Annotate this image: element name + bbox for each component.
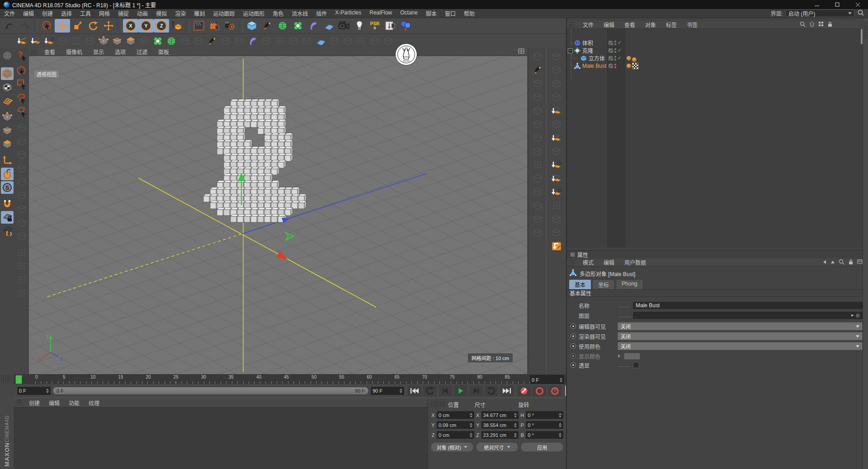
next-key-button[interactable] — [485, 385, 498, 396]
object-row-male-bust[interactable]: Male Bust ✓ — [567, 62, 868, 70]
attr-menu-item[interactable]: 模式 — [578, 258, 599, 266]
mesh-command-button[interactable] — [550, 213, 563, 225]
modeling-command-button[interactable] — [15, 176, 28, 188]
render-settings-button[interactable] — [222, 19, 237, 33]
spinner-arrows-icon[interactable] — [470, 423, 472, 427]
menu-item[interactable]: 模拟 — [152, 9, 171, 17]
mesh-command-button[interactable] — [531, 213, 544, 225]
mesh-command-button[interactable] — [531, 145, 544, 158]
mesh-command-button[interactable] — [550, 186, 563, 198]
panel-grip[interactable] — [864, 21, 868, 39]
object-row-cube[interactable]: 立方体 ✓ — [567, 54, 868, 62]
modeling-tool-button[interactable] — [260, 35, 273, 47]
render-picture-viewer-button[interactable] — [207, 19, 222, 33]
menu-item[interactable]: 帮助 — [460, 9, 479, 17]
menu-item[interactable]: 角色 — [269, 9, 288, 17]
simulation-button[interactable]: S — [1, 181, 14, 194]
layer-toggle[interactable] — [609, 56, 613, 61]
viewport-layout-icon[interactable] — [518, 48, 524, 55]
visibility-dots[interactable] — [614, 48, 616, 53]
search-icon[interactable] — [800, 21, 806, 28]
tab-basic[interactable]: 基本 — [569, 279, 591, 290]
rotate-tool-button[interactable] — [85, 19, 101, 33]
visibility-dots-off[interactable] — [614, 64, 616, 68]
modeling-command-button[interactable] — [15, 216, 28, 229]
layers-icon[interactable] — [818, 21, 824, 28]
close-button[interactable] — [848, 0, 868, 9]
interface-select[interactable]: 启动 (用户) — [786, 9, 854, 17]
workplane-mode-button[interactable] — [1, 94, 14, 107]
menu-item[interactable]: 动画 — [133, 9, 152, 17]
previous-frame-button[interactable] — [439, 385, 452, 396]
ruler-frame-spinner[interactable]: 0 F — [530, 375, 564, 385]
om-menu-item[interactable]: 书签 — [682, 21, 703, 28]
display-color-swatch[interactable] — [624, 353, 640, 360]
layer-browse-icon[interactable] — [851, 314, 854, 317]
edges-mode-button[interactable] — [1, 124, 14, 137]
xpresso-button[interactable] — [382, 19, 398, 33]
mesh-command-button[interactable] — [531, 199, 544, 212]
om-menu-item[interactable]: 编辑 — [599, 21, 619, 28]
modeling-tool-button[interactable] — [368, 35, 381, 47]
menu-item[interactable]: 流水线 — [288, 9, 312, 17]
redo-button[interactable] — [17, 19, 33, 33]
mesh-command-button[interactable] — [550, 172, 563, 185]
menu-item[interactable]: 运动跟踪 — [209, 9, 239, 17]
lock-icon[interactable] — [827, 21, 833, 28]
viewport-solo-button[interactable] — [1, 168, 14, 180]
modeling-tool-button[interactable] — [29, 35, 42, 47]
modeling-tool-button[interactable] — [16, 35, 28, 47]
maximize-button[interactable] — [827, 0, 848, 9]
rotation-input[interactable]: 0 ° — [526, 421, 563, 429]
modeling-tool-button[interactable] — [219, 35, 232, 47]
minimize-button[interactable] — [807, 0, 827, 9]
render-visibility-select[interactable]: 关闭 — [618, 332, 863, 340]
modeling-command-button[interactable] — [15, 149, 28, 161]
mesh-command-button[interactable] — [531, 186, 544, 198]
modeling-tool-button[interactable] — [314, 35, 327, 47]
end-frame-spinner[interactable]: 90 F — [371, 387, 404, 395]
materials-menu-item[interactable]: 纹理 — [84, 399, 104, 407]
modeling-tool-button[interactable] — [341, 35, 354, 47]
enabled-check-icon[interactable]: ✓ — [618, 40, 622, 46]
position-input[interactable]: 0 cm — [437, 411, 474, 419]
model-mode-button[interactable] — [1, 67, 14, 80]
array-command-button[interactable] — [15, 260, 28, 272]
array-command-button[interactable] — [15, 287, 28, 300]
timeline-range-slider[interactable]: 0 F 90 F — [52, 387, 369, 395]
modeling-tool-button[interactable] — [57, 35, 69, 47]
layer-toggle[interactable] — [609, 41, 613, 45]
modeling-command-button[interactable] — [15, 230, 28, 243]
viewport-menu-item[interactable]: 摄像机 — [61, 48, 88, 56]
mesh-command-button[interactable] — [550, 226, 563, 239]
spinner-arrows-icon[interactable] — [514, 413, 517, 417]
mesh-command-button[interactable] — [550, 131, 563, 144]
use-world-coords-button[interactable] — [1, 49, 14, 62]
menu-item[interactable]: 选择 — [57, 9, 76, 17]
enable-axis-button[interactable] — [1, 154, 14, 167]
polygon-selection-button[interactable] — [15, 105, 28, 118]
keying-settings-button[interactable]: ? — [548, 385, 561, 396]
last-tool-button[interactable] — [101, 19, 116, 33]
lock-icon[interactable] — [848, 259, 854, 266]
layer-input[interactable] — [633, 312, 863, 319]
coordinate-mode-select[interactable]: 对象 (相对) — [431, 442, 473, 452]
mograph-tag-icon[interactable] — [627, 56, 631, 61]
add-primitive-button[interactable] — [244, 19, 259, 33]
search-icon[interactable] — [857, 9, 864, 18]
om-menu-item[interactable]: 查看 — [619, 21, 640, 28]
panel-grip[interactable] — [431, 401, 445, 407]
menu-item[interactable]: 渲染 — [171, 9, 190, 17]
menu-item[interactable]: 创建 — [38, 9, 57, 17]
mesh-command-button[interactable] — [531, 131, 544, 144]
mesh-command-button[interactable] — [550, 118, 563, 131]
spinner-arrows-icon[interactable] — [46, 389, 49, 393]
deformer-button[interactable] — [306, 19, 321, 33]
live-selection-tool-button[interactable] — [15, 65, 28, 77]
current-frame-spinner[interactable]: 0 F — [17, 387, 51, 395]
array-command-button[interactable] — [15, 273, 28, 286]
size-input[interactable]: 38.554 cm — [481, 421, 519, 429]
mesh-command-button[interactable] — [531, 226, 544, 239]
key-radio[interactable] — [571, 324, 576, 329]
timeline-ruler[interactable]: 051015202530354045505560657075808590 0 F — [14, 374, 566, 385]
